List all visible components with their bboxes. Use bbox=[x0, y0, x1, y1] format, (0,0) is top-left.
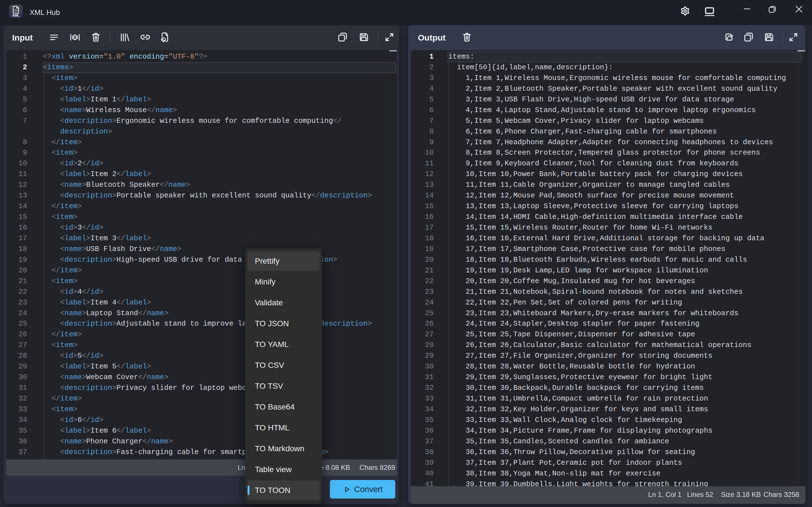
svg-text:XML: XML bbox=[12, 13, 20, 17]
svg-text:</>: </> bbox=[14, 9, 18, 12]
